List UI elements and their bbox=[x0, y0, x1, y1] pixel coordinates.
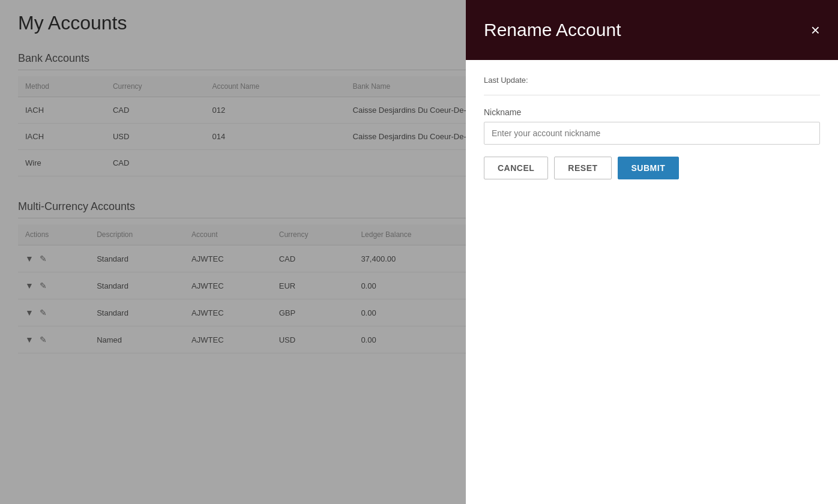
modal-header: Rename Account × bbox=[466, 0, 838, 60]
modal-close-button[interactable]: × bbox=[811, 22, 820, 38]
cancel-button[interactable]: CANCEL bbox=[484, 157, 548, 179]
rename-account-modal: Rename Account × Last Update: Nickname C… bbox=[466, 0, 838, 504]
nickname-label: Nickname bbox=[484, 107, 820, 117]
modal-body: Last Update: Nickname CANCEL RESET SUBMI… bbox=[466, 60, 838, 504]
modal-title: Rename Account bbox=[484, 20, 621, 40]
reset-button[interactable]: RESET bbox=[554, 157, 611, 179]
modal-actions: CANCEL RESET SUBMIT bbox=[484, 157, 820, 179]
last-update-row: Last Update: bbox=[484, 74, 820, 95]
nickname-input[interactable] bbox=[484, 122, 820, 145]
submit-button[interactable]: SUBMIT bbox=[618, 157, 680, 179]
last-update-label: Last Update: bbox=[484, 76, 528, 85]
